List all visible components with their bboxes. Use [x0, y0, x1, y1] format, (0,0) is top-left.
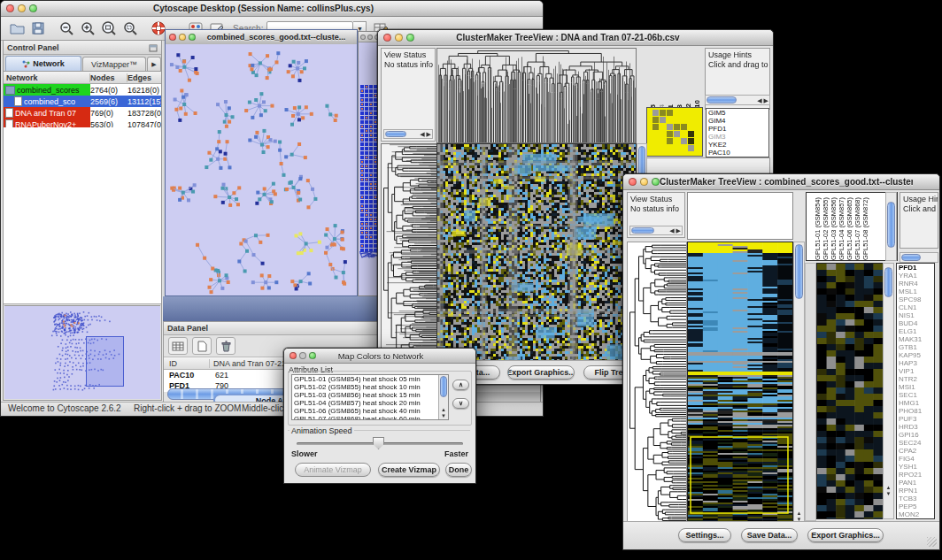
tv2-usage-hscrollbar[interactable] — [900, 252, 938, 263]
save-session-icon[interactable] — [28, 19, 48, 37]
gene-label[interactable]: RNR4 — [899, 280, 934, 288]
scroll-thumb[interactable] — [385, 131, 406, 137]
scroll-thumb[interactable] — [795, 244, 803, 299]
open-session-icon[interactable] — [7, 19, 27, 37]
zoom-button[interactable] — [406, 34, 414, 42]
create-vizmap-button[interactable]: Create Vizmap — [378, 463, 440, 477]
attribute-item[interactable]: GPL51-07 (GSM868) heat shock 60 min — [292, 415, 448, 420]
tv1-usage-hscrollbar[interactable]: ◀ ▶ — [705, 95, 770, 105]
gene-label[interactable]: RPO21 — [899, 471, 934, 479]
gene-label[interactable]: PEP5 — [899, 502, 934, 510]
scroll-thumb[interactable] — [440, 376, 447, 397]
tv1-export-graphics-button[interactable]: Export Graphics... — [507, 365, 575, 380]
treeview2-title-bar[interactable]: ClusterMaker TreeView : combined_scores_… — [623, 174, 939, 190]
gene-label[interactable]: YSH1 — [899, 463, 934, 471]
frame2-close-button[interactable] — [360, 35, 366, 40]
scroll-arrows[interactable]: ▲▼ — [439, 407, 448, 419]
tv2-save-data-button[interactable]: Save Data... — [741, 528, 798, 542]
gene-label[interactable]: TCB3 — [899, 495, 934, 502]
gene-label[interactable]: PHO81 — [899, 407, 934, 415]
new-attribute-icon[interactable] — [192, 337, 212, 355]
tab-vizmapper[interactable]: VizMapper™ — [82, 57, 146, 71]
gene-label[interactable]: NIS1 — [899, 311, 934, 319]
zoom-fit-icon[interactable] — [120, 19, 140, 37]
close-button[interactable] — [290, 352, 297, 359]
attribute-item[interactable]: GPL51-01 (GSM854) heat shock 05 min — [292, 375, 448, 383]
attribute-list-vscrollbar[interactable]: ▲▼ — [438, 375, 448, 419]
gene-label[interactable]: PFD1 — [899, 264, 934, 272]
tv2-zoom-panel[interactable] — [816, 263, 884, 519]
scroll-arrows[interactable]: ◀ ▶ — [420, 130, 431, 138]
tv2-gene-list[interactable]: PFD1YRA1RNR4MSL1SPC98CLN1NIS1BUD4ELG1MAK… — [896, 263, 935, 519]
minimize-button[interactable] — [640, 178, 648, 186]
gene-label[interactable]: SPC98 — [899, 295, 934, 303]
gene-label[interactable]: ELG1 — [899, 327, 934, 335]
tv2-labels-vscrollbar[interactable] — [885, 192, 897, 261]
frame-close-button[interactable] — [169, 34, 176, 41]
gene-label[interactable]: GTB1 — [899, 343, 934, 351]
scroll-thumb[interactable] — [706, 96, 737, 104]
minimize-button[interactable] — [299, 352, 306, 359]
network-canvas[interactable] — [166, 44, 357, 295]
dialog-title-bar[interactable]: Map Colors to Network — [284, 349, 475, 364]
close-button[interactable] — [383, 34, 391, 42]
zoom-in-icon[interactable] — [78, 19, 97, 37]
minimize-button[interactable] — [18, 4, 26, 12]
scroll-arrows[interactable]: ◀ ▶ — [669, 226, 681, 234]
tv2-heatmap[interactable] — [687, 242, 793, 525]
gene-label[interactable]: GPI16 — [899, 431, 934, 439]
network-overview-panel[interactable] — [4, 305, 160, 399]
gene-label[interactable]: HMG1 — [899, 399, 934, 407]
scroll-arrows[interactable]: ▲▼ — [884, 485, 893, 497]
attribute-item[interactable]: GPL51-02 (GSM855) heat shock 10 min — [292, 383, 448, 391]
tab-overflow-arrow[interactable]: ▶ — [147, 57, 161, 71]
float-panel-icon[interactable] — [149, 40, 158, 56]
gene-label[interactable]: YRA1 — [899, 272, 934, 280]
gene-label[interactable]: MSI1 — [899, 383, 934, 391]
frame2-minimize-button[interactable] — [367, 35, 373, 40]
tv2-export-graphics-button[interactable]: Export Graphics... — [807, 528, 884, 542]
gene-label[interactable]: SEC24 — [899, 439, 934, 447]
tv1-status-hscrollbar[interactable]: ◀ ▶ — [383, 129, 433, 139]
gene-label[interactable]: PUF3 — [899, 415, 934, 423]
tv2-zoom-vscrollbar[interactable]: ▲▼ — [883, 263, 894, 519]
gene-label[interactable]: MSL1 — [899, 288, 934, 295]
done-button[interactable]: Done — [445, 463, 472, 477]
network-table-header[interactable]: Network Nodes Edges — [4, 72, 161, 84]
attribute-select-icon[interactable] — [168, 337, 188, 355]
zoom-button[interactable] — [309, 352, 316, 359]
close-button[interactable] — [629, 178, 637, 186]
attribute-item[interactable]: GPL51-04 (GSM857) heat shock 20 min — [292, 399, 448, 407]
gene-label[interactable]: CLN1 — [899, 303, 934, 311]
gene-label[interactable]: VIP1 — [899, 367, 934, 375]
network-row[interactable]: DNA and Tran 07 769(0) 183728(0) — [4, 107, 161, 119]
gene-label[interactable]: SEC1 — [899, 391, 934, 399]
scroll-thumb[interactable] — [884, 267, 892, 297]
frame-zoom-button[interactable] — [189, 34, 196, 41]
tv2-heatmap-vscrollbar[interactable]: ▲▼ — [793, 242, 805, 525]
tab-network[interactable]: Network — [5, 56, 81, 71]
move-down-button[interactable]: ∨ — [452, 398, 469, 409]
tv2-settings-button[interactable]: Settings... — [678, 528, 731, 542]
network-frame-title-bar[interactable]: combined_scores_good.txt--cluste... — [166, 30, 357, 45]
close-button[interactable] — [6, 4, 14, 12]
attribute-item[interactable]: GPL51-03 (GSM856) heat shock 15 min — [292, 391, 448, 399]
scroll-thumb[interactable] — [887, 202, 895, 248]
move-up-button[interactable]: ∧ — [452, 380, 469, 390]
zoom-out-icon[interactable] — [57, 19, 76, 37]
gene-label[interactable]: RPN1 — [899, 487, 934, 495]
frame-minimize-button[interactable] — [179, 34, 186, 41]
minimize-button[interactable] — [395, 34, 403, 42]
tv1-column-dendrogram[interactable] — [436, 48, 637, 143]
tv2-splitter[interactable] — [805, 263, 816, 521]
treeview1-title-bar[interactable]: ClusterMaker TreeView : DNA and Tran 07-… — [378, 30, 773, 46]
tv1-row-dendrogram[interactable] — [381, 143, 437, 363]
gene-label[interactable]: MON2 — [899, 510, 934, 518]
gene-label[interactable]: HRD3 — [899, 423, 934, 431]
gene-label[interactable]: MAK31 — [899, 335, 934, 343]
tv1-summary-matrix[interactable] — [646, 107, 703, 157]
delete-attribute-icon[interactable] — [216, 337, 236, 355]
gene-label[interactable]: HAP3 — [899, 359, 934, 367]
scroll-arrows[interactable]: ◀ ▶ — [757, 96, 768, 104]
gene-label[interactable]: NTR2 — [899, 375, 934, 383]
